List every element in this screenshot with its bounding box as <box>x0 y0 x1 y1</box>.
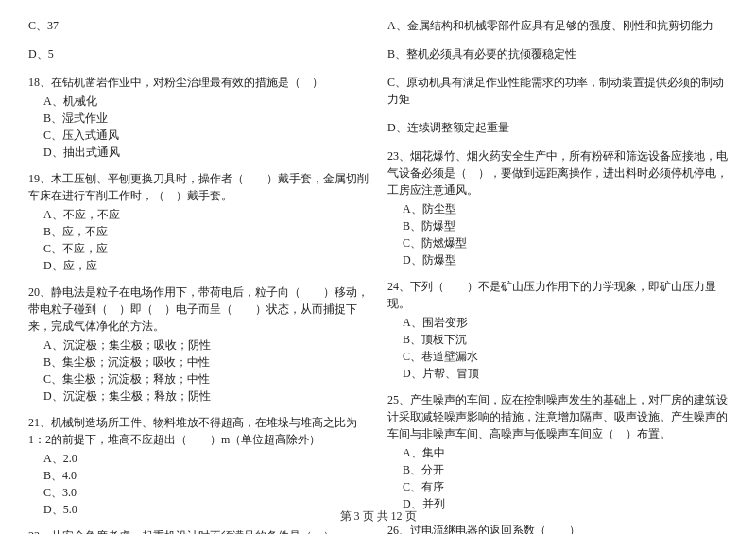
q23-optB: B、防爆型 <box>387 217 728 234</box>
option-c37-text: C、37 <box>28 17 369 34</box>
q18-optC: C、压入式通风 <box>28 127 369 144</box>
question-22-title: 22、从安全角度考虑，起重机设计时不须满足的条件是（ ） <box>28 527 369 534</box>
right-optD-text: D、连续调整额定起重量 <box>387 119 728 136</box>
q23-optA: A、防尘型 <box>387 200 728 217</box>
q20-optA: A、沉淀极；集尘极；吸收；阴性 <box>28 336 369 353</box>
q23-optC: C、防燃爆型 <box>387 234 728 251</box>
right-optC-text: C、原动机具有满足作业性能需求的功率，制动装置提供必须的制动力矩 <box>387 74 728 108</box>
right-optD: D、连续调整额定起重量 <box>387 119 728 138</box>
question-20-title: 20、静电法是粒子在电场作用下，带荷电后，粒子向（ ）移动，带电粒子碰到（ ）即… <box>28 284 369 335</box>
question-24-title: 24、下列（ ）不是矿山压力作用下的力学现象，即矿山压力显现。 <box>387 278 728 312</box>
question-25: 25、产生噪声的车间，应在控制噪声发生的基础上，对厂房的建筑设计采取减轻噪声影响… <box>387 391 728 512</box>
q19-optD: D、应，应 <box>28 257 369 274</box>
left-column: C、37 D、5 18、在钻机凿岩作业中，对粉尘治理最有效的措施是（ ） A、机… <box>28 17 369 534</box>
q18-optD: D、抽出式通风 <box>28 144 369 161</box>
question-23: 23、烟花爆竹、烟火药安全生产中，所有粉碎和筛选设备应接地，电气设备必须是（ ）… <box>387 147 728 268</box>
q25-optC: C、有序 <box>387 478 728 495</box>
q24-optB: B、顶板下沉 <box>387 331 728 348</box>
right-optB-text: B、整机必须具有必要的抗倾覆稳定性 <box>387 45 728 62</box>
question-21-title: 21、机械制造场所工件、物料堆放不得超高，在堆垛与堆高之比为1：2的前提下，堆高… <box>28 414 369 448</box>
q18-optB: B、湿式作业 <box>28 110 369 127</box>
q21-optB: B、4.0 <box>28 467 369 484</box>
q20-optC: C、集尘极；沉淀极；释放；中性 <box>28 370 369 388</box>
question-24: 24、下列（ ）不是矿山压力作用下的力学现象，即矿山压力显现。 A、围岩变形 B… <box>387 278 728 382</box>
question-18-title: 18、在钻机凿岩作业中，对粉尘治理最有效的措施是（ ） <box>28 74 369 91</box>
content-columns: C、37 D、5 18、在钻机凿岩作业中，对粉尘治理最有效的措施是（ ） A、机… <box>28 17 728 534</box>
question-20: 20、静电法是粒子在电场作用下，带荷电后，粒子向（ ）移动，带电粒子碰到（ ）即… <box>28 284 369 405</box>
right-optA-text: A、金属结构和机械零部件应具有足够的强度、刚性和抗剪切能力 <box>387 17 728 34</box>
question-25-title: 25、产生噪声的车间，应在控制噪声发生的基础上，对厂房的建筑设计采取减轻噪声影响… <box>387 391 728 442</box>
q19-optA: A、不应，不应 <box>28 206 369 223</box>
q24-optA: A、围岩变形 <box>387 314 728 331</box>
option-d5-text: D、5 <box>28 45 369 62</box>
q25-optA: A、集中 <box>387 444 728 461</box>
page: C、37 D、5 18、在钻机凿岩作业中，对粉尘治理最有效的措施是（ ） A、机… <box>0 0 756 534</box>
q20-optB: B、集尘极；沉淀极；吸收；中性 <box>28 353 369 370</box>
page-number: 第 3 页 共 12 页 <box>340 509 417 523</box>
question-19-title: 19、木工压刨、平刨更换刀具时，操作者（ ）戴手套，金属切削车床在进行车削工作时… <box>28 170 369 204</box>
page-footer: 第 3 页 共 12 页 <box>0 508 756 525</box>
q21-optC: C、3.0 <box>28 484 369 501</box>
q24-optC: C、巷道壁漏水 <box>387 348 728 365</box>
q21-optA: A、2.0 <box>28 450 369 467</box>
right-optB: B、整机必须具有必要的抗倾覆稳定性 <box>387 45 728 64</box>
option-c37: C、37 <box>28 17 369 36</box>
right-column: A、金属结构和机械零部件应具有足够的强度、刚性和抗剪切能力 B、整机必须具有必要… <box>387 17 728 534</box>
question-22: 22、从安全角度考虑，起重机设计时不须满足的条件是（ ） <box>28 527 369 534</box>
q19-optB: B、应，不应 <box>28 223 369 240</box>
right-optC: C、原动机具有满足作业性能需求的功率，制动装置提供必须的制动力矩 <box>387 74 728 110</box>
q23-optD: D、防爆型 <box>387 251 728 268</box>
option-d5: D、5 <box>28 45 369 64</box>
right-optA: A、金属结构和机械零部件应具有足够的强度、刚性和抗剪切能力 <box>387 17 728 36</box>
question-18: 18、在钻机凿岩作业中，对粉尘治理最有效的措施是（ ） A、机械化 B、湿式作业… <box>28 74 369 161</box>
q20-optD: D、沉淀极；集尘极；释放；阴性 <box>28 388 369 405</box>
q24-optD: D、片帮、冒顶 <box>387 365 728 382</box>
question-19: 19、木工压刨、平刨更换刀具时，操作者（ ）戴手套，金属切削车床在进行车削工作时… <box>28 170 369 274</box>
q25-optB: B、分开 <box>387 461 728 478</box>
q19-optC: C、不应，应 <box>28 240 369 257</box>
question-21: 21、机械制造场所工件、物料堆放不得超高，在堆垛与堆高之比为1：2的前提下，堆高… <box>28 414 369 518</box>
q18-optA: A、机械化 <box>28 93 369 110</box>
question-23-title: 23、烟花爆竹、烟火药安全生产中，所有粉碎和筛选设备应接地，电气设备必须是（ ）… <box>387 147 728 198</box>
